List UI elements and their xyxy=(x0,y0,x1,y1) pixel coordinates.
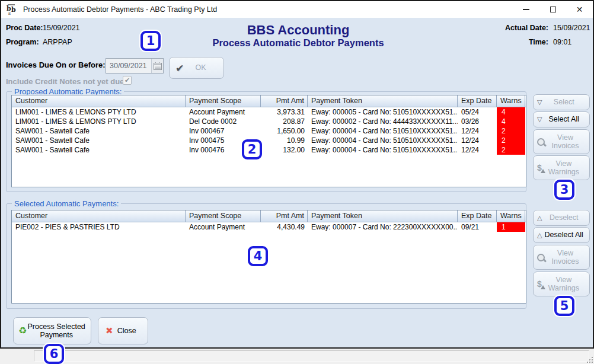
ok-check-icon: ✔ xyxy=(175,62,184,74)
deselect-button-label: Deselect xyxy=(542,213,586,222)
column-header-amount: Pmt Amt xyxy=(261,95,308,107)
cell-scope: Del Code 0002 xyxy=(186,117,261,126)
cell-amount: 1,650.00 xyxy=(261,126,308,136)
cell-token: Eway: 000004 - Card No: 510510XXXXXX51..… xyxy=(308,145,458,155)
table-row[interactable]: LIM001 - LIMES & LEMONS PTY LTDAccount P… xyxy=(12,107,526,117)
column-header-customer: Customer xyxy=(12,95,186,107)
calendar-picker-button[interactable] xyxy=(151,59,163,73)
actual-date-label: Actual Date: xyxy=(492,24,548,32)
table-row[interactable]: SAW001 - Sawtell CafeInv 00047510.99Eway… xyxy=(12,136,526,145)
cell-scope: Account Payment xyxy=(186,107,261,117)
column-header-amount: Pmt Amt xyxy=(261,210,308,222)
column-header-warns: Warns xyxy=(497,210,525,222)
deselect-button[interactable]: △ Deselect xyxy=(533,210,590,226)
maximize-button[interactable] xyxy=(539,1,566,18)
column-header-exp: Exp Date xyxy=(458,95,497,107)
selected-payments-group-label: Selected Automatic Payments: xyxy=(12,199,121,208)
cell-warns: 2 xyxy=(497,136,525,145)
column-header-scope: Payment Scope xyxy=(186,95,261,107)
select-button-label: Select xyxy=(542,98,586,106)
minimize-button[interactable] xyxy=(513,1,539,18)
view-invoices-button-selected[interactable]: View Invoices xyxy=(533,245,590,270)
table-row[interactable]: PIE002 - PIES & PASTRIES LTDAccount Paym… xyxy=(12,222,526,232)
cell-amount: 3,973.31 xyxy=(261,107,308,117)
annotation-marker-6: 6 xyxy=(44,344,64,364)
due-date-input[interactable] xyxy=(106,61,151,71)
include-credit-notes-label: Include Credit Notes not yet due: xyxy=(6,77,127,86)
annotation-marker-1: 1 xyxy=(140,31,161,51)
cell-warns: 2 xyxy=(497,145,525,155)
table-row[interactable]: SAW001 - Sawtell CafeInv 000476132.00Ewa… xyxy=(12,145,526,155)
screen-title: Process Automatic Debtor Payments xyxy=(150,37,446,49)
cell-customer: LIM001 - LIMES & LEMONS PTY LTD xyxy=(12,117,186,126)
cell-token: Eway: 000007 - Card No: 222300XXXXXX00..… xyxy=(308,222,458,232)
proc-date-value: 15/09/2021 xyxy=(43,24,80,32)
cell-customer: SAW001 - Sawtell Cafe xyxy=(12,145,186,155)
proposed-payments-table: CustomerPayment ScopePmt AmtPayment Toke… xyxy=(11,95,526,187)
deselect-all-button[interactable]: △ Deselect All xyxy=(533,227,590,243)
selected-table-header: CustomerPayment ScopePmt AmtPayment Toke… xyxy=(12,210,526,222)
screen: b s b Process Automatic Debtor Payments … xyxy=(0,0,594,364)
cell-amount: 4,430.49 xyxy=(261,222,308,232)
maximize-icon xyxy=(550,7,556,12)
window-title: Process Automatic Debtor Payments - ABC … xyxy=(23,5,217,14)
deselect-all-button-label: Deselect All xyxy=(542,231,586,239)
dollar-warning-icon: $ xyxy=(537,280,542,288)
column-header-filler xyxy=(525,95,526,107)
status-panel xyxy=(34,350,589,362)
minimize-icon xyxy=(523,9,529,10)
invoices-due-label: Invoices Due On or Before: xyxy=(6,60,106,69)
close-window-icon: ✕ xyxy=(576,5,583,14)
cell-amount: 10.99 xyxy=(261,136,308,145)
cell-token: Eway: 000004 - Card No: 510510XXXXXX51..… xyxy=(308,126,458,136)
column-header-token: Payment Token xyxy=(308,210,458,222)
table-row[interactable]: LIM001 - LIMES & LEMONS PTY LTDDel Code … xyxy=(12,117,526,126)
due-date-field[interactable] xyxy=(106,58,164,74)
view-warnings-label-proposed: View Warnings xyxy=(542,159,586,177)
select-all-button[interactable]: ▽ Select All xyxy=(533,111,590,127)
ok-button-label: OK xyxy=(184,63,218,72)
process-selected-payments-button[interactable]: ♻ Process Selected Payments xyxy=(13,317,91,344)
resize-grip[interactable] xyxy=(586,356,593,363)
cell-token: Eway: 000004 - Card No: 510510XXXXXX51..… xyxy=(308,136,458,145)
svg-text:s: s xyxy=(8,11,11,15)
select-all-button-label: Select All xyxy=(542,115,586,123)
cell-warns: 2 xyxy=(497,126,525,136)
program-label: Program: xyxy=(6,38,39,46)
ok-button[interactable]: ✔ OK xyxy=(169,57,224,79)
app-logo-icon: b s b xyxy=(6,4,18,15)
cell-exp: 03/26 xyxy=(458,117,497,126)
close-window-button[interactable]: ✕ xyxy=(566,1,593,18)
cell-customer: LIM001 - LIMES & LEMONS PTY LTD xyxy=(12,107,186,117)
time-label: Time: xyxy=(492,38,548,46)
deselect-triangle-icon: △ xyxy=(537,215,542,221)
proc-date-label: Proc Date: xyxy=(6,24,43,32)
include-credit-notes-checkbox[interactable]: ✔ xyxy=(123,76,132,85)
time-value: 09:01 xyxy=(553,38,571,46)
select-button[interactable]: ▽ Select xyxy=(533,94,590,110)
select-triangle-icon: ▽ xyxy=(537,99,542,106)
cell-warns: 1 xyxy=(497,222,525,232)
close-x-icon: ✖ xyxy=(106,327,113,336)
view-invoices-label-selected: View Invoices xyxy=(545,249,586,266)
cell-customer: SAW001 - Sawtell Cafe xyxy=(12,136,186,145)
app-title: BBS Accounting xyxy=(180,23,417,38)
cell-warns: 4 xyxy=(497,107,525,117)
program-value: ARPPAP xyxy=(43,38,72,46)
close-button[interactable]: ✖ Close xyxy=(98,317,148,344)
view-invoices-button-proposed[interactable]: View Invoices xyxy=(533,129,590,154)
recycle-icon: ♻ xyxy=(18,326,27,336)
annotation-marker-4: 4 xyxy=(248,246,268,266)
selected-table-rows: PIE002 - PIES & PASTRIES LTDAccount Paym… xyxy=(12,222,526,232)
view-warnings-button-selected[interactable]: $ View Warnings xyxy=(533,272,590,296)
cell-amount: 132.00 xyxy=(261,145,308,155)
view-warnings-button-proposed[interactable]: $ View Warnings xyxy=(533,155,590,180)
cell-exp: 09/21 xyxy=(458,222,497,232)
cell-token: Eway: 000002 - Card No: 444433XXXXXX11..… xyxy=(308,117,458,126)
title-bar[interactable]: b s b Process Automatic Debtor Payments … xyxy=(1,1,593,18)
column-header-customer: Customer xyxy=(12,210,186,222)
magnifier-icon xyxy=(537,138,545,146)
cell-exp: 12/24 xyxy=(458,136,497,145)
calendar-icon xyxy=(154,62,162,70)
table-row[interactable]: SAW001 - Sawtell CafeInv 0004671,650.00E… xyxy=(12,126,526,136)
